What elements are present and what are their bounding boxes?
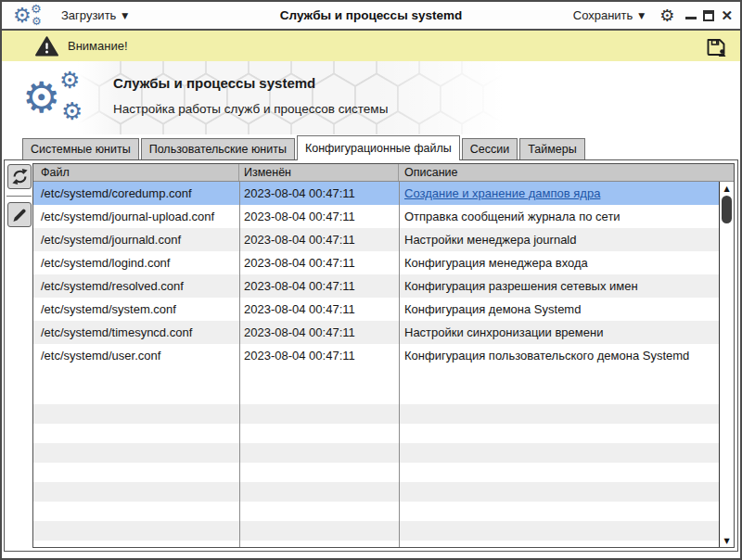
column-separator [239, 182, 240, 547]
tab-config-files[interactable]: Конфигурационные файлы [297, 135, 460, 160]
table-header: Файл Изменён Описание [33, 164, 734, 182]
scroll-down-icon[interactable]: ▼ [720, 537, 734, 545]
cell-file: /etc/systemd/journal-upload.conf [33, 205, 239, 228]
cell-description: Конфигурация разрешения сетевых имен [399, 274, 719, 298]
table-row[interactable]: /etc/systemd/system.conf 2023-08-04 00:4… [33, 298, 719, 321]
cell-description: Конфигурация менеджера входа [399, 251, 719, 274]
edit-button[interactable] [7, 202, 32, 227]
triangle-down-icon: ▼ [638, 11, 645, 20]
maximize-button[interactable] [703, 10, 714, 21]
table-body: /etc/systemd/coredump.conf 2023-08-04 00… [33, 182, 719, 547]
cell-modified: 2023-08-04 00:47:11 [239, 274, 399, 298]
scrollbar-thumb[interactable] [722, 196, 732, 223]
cell-file: /etc/systemd/resolved.conf [33, 274, 239, 298]
cell-file: /etc/systemd/user.conf [33, 344, 239, 367]
cell-modified: 2023-08-04 00:47:11 [239, 205, 399, 228]
pencil-icon [11, 207, 28, 223]
table-row[interactable]: /etc/systemd/journald.conf 2023-08-04 00… [33, 228, 719, 251]
minimize-button[interactable] [685, 17, 697, 19]
save-button-label: Сохранить [573, 8, 633, 22]
title-bar: ⚙ ⚙ ⚙ Загрузить ▼ Службы и процессы syst… [2, 2, 740, 31]
table-row[interactable]: /etc/systemd/coredump.conf 2023-08-04 00… [33, 182, 719, 205]
app-gears-icon: ⚙ ⚙ ⚙ [11, 3, 48, 29]
table-row[interactable]: /etc/systemd/journal-upload.conf 2023-08… [33, 205, 719, 228]
refresh-arrows-icon [11, 168, 29, 185]
load-button[interactable]: Загрузить ▼ [56, 5, 134, 26]
cell-modified: 2023-08-04 00:47:11 [239, 344, 399, 367]
column-header-modified[interactable]: Изменён [239, 164, 399, 181]
cell-description: Настройки менеджера journald [399, 228, 719, 251]
page-title: Службы и процессы systemd [113, 75, 388, 91]
table-row[interactable]: /etc/systemd/timesyncd.conf 2023-08-04 0… [33, 321, 719, 344]
close-button[interactable]: ✕ [721, 10, 733, 21]
cell-description-link[interactable]: Создание и хранение дампов ядра [399, 182, 719, 205]
cell-description: Отправка сообщений журнала по сети [399, 205, 719, 228]
cell-file: /etc/systemd/logind.conf [33, 251, 239, 274]
cell-modified: 2023-08-04 00:47:11 [239, 298, 399, 321]
cell-modified: 2023-08-04 00:47:11 [239, 182, 399, 205]
warning-triangle-icon [35, 36, 58, 57]
table-row[interactable]: /etc/systemd/resolved.conf 2023-08-04 00… [33, 274, 719, 298]
tab-user-units[interactable]: Пользовательские юниты [141, 138, 295, 159]
cell-file: /etc/systemd/system.conf [33, 298, 239, 321]
column-header-file[interactable]: Файл [33, 164, 239, 181]
scroll-up-icon[interactable]: ▲ [720, 185, 734, 193]
table-row[interactable]: /etc/systemd/logind.conf 2023-08-04 00:4… [33, 251, 719, 274]
cell-modified: 2023-08-04 00:47:11 [239, 251, 399, 274]
tab-strip: Системные юниты Пользовательские юниты К… [2, 134, 740, 159]
app-window: ⚙ ⚙ ⚙ Загрузить ▼ Службы и процессы syst… [0, 0, 742, 560]
column-header-description[interactable]: Описание [399, 164, 734, 181]
tab-system-units[interactable]: Системные юниты [22, 138, 139, 159]
toolbar-separator [6, 196, 32, 197]
triangle-down-icon: ▼ [122, 11, 128, 20]
load-button-label: Загрузить [61, 8, 116, 22]
empty-rows-area [33, 385, 719, 547]
cell-modified: 2023-08-04 00:47:11 [239, 321, 399, 344]
page-header: ⚙ ⚙ ⚙ Службы и процессы systemd Настройк… [2, 61, 740, 134]
tab-panel-config-files: Файл Изменён Описание /etc/systemd/cored… [4, 159, 738, 552]
cell-file: /etc/systemd/timesyncd.conf [33, 321, 239, 344]
cell-description: Настройки синхронизации времени [399, 321, 719, 344]
cell-file: /etc/systemd/journald.conf [33, 228, 239, 251]
floppy-with-user-icon [705, 35, 727, 57]
vertical-scrollbar[interactable]: ▲ ▼ [719, 182, 734, 547]
cell-file: /etc/systemd/coredump.conf [33, 182, 239, 205]
warning-text: Внимание! [68, 39, 128, 53]
tab-sessions[interactable]: Сессии [462, 138, 518, 159]
column-separator [399, 182, 400, 547]
config-files-table: Файл Изменён Описание /etc/systemd/cored… [32, 163, 735, 548]
save-button[interactable]: Сохранить ▼ [568, 5, 651, 26]
cell-modified: 2023-08-04 00:47:11 [239, 228, 399, 251]
tab-timers[interactable]: Таймеры [519, 138, 585, 159]
refresh-button[interactable] [7, 164, 32, 189]
warning-bar: Внимание! [2, 31, 740, 61]
table-row[interactable]: /etc/systemd/user.conf 2023-08-04 00:47:… [33, 344, 719, 367]
save-report-button[interactable] [705, 35, 727, 57]
side-toolbar [5, 160, 33, 551]
cell-description: Конфигурация демона Systemd [399, 298, 719, 321]
page-subtitle: Настройка работы служб и процессов систе… [113, 102, 388, 116]
settings-gear-icon[interactable]: ⚙ [659, 7, 674, 24]
header-gears-icon: ⚙ ⚙ ⚙ [22, 69, 85, 130]
cell-description: Конфигурация пользовательского демона Sy… [399, 344, 719, 367]
